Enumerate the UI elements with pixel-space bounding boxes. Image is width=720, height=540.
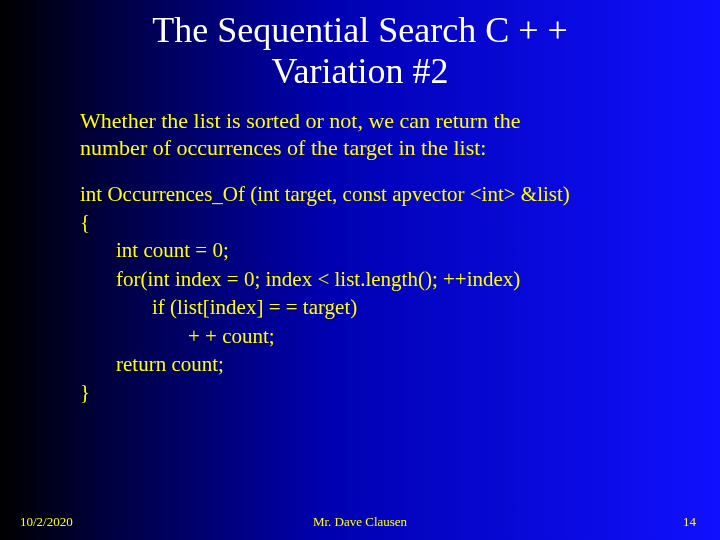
code-line-count-decl: int count = 0; [80, 236, 720, 264]
slide-title: The Sequential Search C + + Variation #2 [0, 0, 720, 93]
footer-author: Mr. Dave Clausen [0, 514, 720, 530]
code-open-brace: { [80, 208, 720, 236]
intro-line-2: number of occurrences of the target in t… [80, 135, 486, 160]
title-line-2: Variation #2 [272, 51, 449, 91]
code-close-brace: } [80, 378, 720, 406]
code-block: int Occurrences_Of (int target, const ap… [80, 180, 720, 407]
code-line-return: return count; [80, 350, 720, 378]
code-line-for: for(int index = 0; index < list.length()… [80, 265, 720, 293]
intro-line-1: Whether the list is sorted or not, we ca… [80, 108, 520, 133]
code-signature: int Occurrences_Of (int target, const ap… [80, 180, 720, 208]
title-line-1: The Sequential Search C + + [152, 10, 568, 50]
code-line-if: if (list[index] = = target) [80, 293, 720, 321]
code-line-increment: + + count; [80, 322, 720, 350]
footer-page-number: 14 [683, 514, 696, 530]
intro-text: Whether the list is sorted or not, we ca… [80, 107, 640, 162]
